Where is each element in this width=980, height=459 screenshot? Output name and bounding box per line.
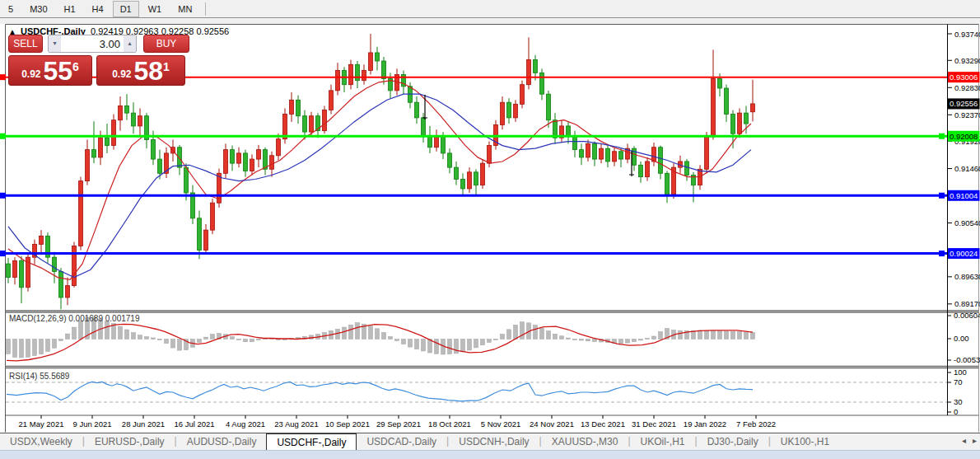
- volume-input[interactable]: [61, 35, 124, 52]
- line-handle[interactable]: [939, 133, 945, 139]
- candle-body: [138, 116, 142, 126]
- chart-tab-ukoil-h1[interactable]: UKOil-,H1: [631, 433, 695, 451]
- candle-body: [586, 143, 590, 157]
- line-handle[interactable]: [939, 251, 945, 256]
- rsi-axis-label: 100: [954, 368, 967, 377]
- candle-body: [349, 64, 353, 84]
- line-handle[interactable]: [0, 251, 6, 256]
- chart-tab-usdx-weekly[interactable]: USDX,Weekly: [0, 433, 82, 451]
- date-tick-label: 7 Feb 2022: [736, 419, 776, 429]
- date-tick-label: 21 May 2021: [19, 419, 64, 429]
- rsi-axis-label: 30: [954, 397, 963, 406]
- date-tick-label: 10 Sep 2021: [325, 419, 370, 429]
- tab-scroll-left-icon[interactable]: ◂: [962, 436, 966, 445]
- candle-body: [481, 163, 485, 185]
- candle-body: [296, 100, 301, 115]
- timeframe-button-w1[interactable]: W1: [142, 2, 169, 16]
- candle-body: [639, 165, 643, 176]
- tab-scroll-right-icon[interactable]: ▸: [973, 436, 977, 445]
- chart-tab-usdcnh-daily[interactable]: USDCNH-,Daily: [449, 433, 539, 451]
- chart-tab-usdcad-daily[interactable]: USDCAD-,Daily: [357, 433, 446, 451]
- price-tick-label: 0.92370: [954, 110, 980, 119]
- chart-tab-dj30-daily[interactable]: DJ30-,Daily: [698, 433, 768, 451]
- chart-tab-usdchf-daily[interactable]: USDCHF-,Daily: [266, 433, 357, 451]
- rsi-axis-label: 70: [954, 377, 963, 386]
- candle-body: [7, 264, 11, 278]
- candle-body: [744, 113, 749, 124]
- price-tick-label: 0.89170: [954, 299, 980, 308]
- volume-decrease-button[interactable]: ▾: [49, 35, 61, 52]
- candle-body: [474, 172, 478, 185]
- chart-tab-eurusd-daily[interactable]: EURUSD-,Daily: [85, 433, 175, 451]
- candle-body: [507, 102, 511, 118]
- candle-body: [573, 135, 577, 149]
- macd-axis-label: 0.006045: [954, 311, 980, 320]
- candle-body: [455, 167, 459, 179]
- candle-body: [79, 181, 83, 246]
- buy-price-display[interactable]: 0.92 58 1: [96, 55, 185, 86]
- candle-body: [428, 137, 432, 148]
- candle-body: [152, 139, 156, 159]
- candle-body: [13, 260, 17, 277]
- volume-increase-button[interactable]: ▴: [124, 35, 136, 52]
- date-tick-label: 9 Jun 2021: [72, 419, 111, 429]
- line-handle[interactable]: [0, 133, 6, 139]
- candle-body: [619, 152, 623, 159]
- candle-body: [336, 70, 340, 90]
- date-tick-label: 19 Jan 2022: [684, 419, 726, 429]
- candle-body: [303, 116, 307, 132]
- candle-body: [99, 138, 103, 157]
- one-click-trading-panel: SELL ▾ ▴ BUY 0.92 55 6 0.92 58 1: [8, 35, 189, 86]
- chart-tab-bar: USDX,Weekly|EURUSD-,Daily|AUDUSD-,DailyU…: [0, 433, 980, 451]
- candle-body: [257, 150, 261, 159]
- candle-body: [751, 104, 755, 112]
- timeframe-button-h1[interactable]: H1: [58, 2, 82, 16]
- line-handle[interactable]: [939, 193, 945, 199]
- candle-body: [237, 153, 241, 163]
- candle-body: [72, 246, 77, 286]
- candle-body: [224, 150, 228, 174]
- candle-body: [520, 85, 525, 105]
- macd-axis-label: -0.00538: [954, 355, 980, 364]
- timeframe-button-h4[interactable]: H4: [86, 2, 110, 16]
- candle-body: [277, 139, 281, 156]
- buy-button[interactable]: BUY: [143, 35, 189, 53]
- sell-button[interactable]: SELL: [8, 35, 43, 53]
- line-price-badge-label: 0.92008: [950, 132, 978, 141]
- candle-body: [231, 150, 235, 164]
- candle-body: [547, 94, 551, 120]
- candle-body: [244, 153, 248, 171]
- line-price-badge-label: 0.91004: [950, 191, 978, 200]
- candle-body: [725, 88, 729, 115]
- candle-body: [659, 148, 663, 174]
- timeframe-button-m30[interactable]: M30: [23, 2, 54, 16]
- chart-tab-audusd-daily[interactable]: AUDUSD-,Daily: [177, 433, 267, 451]
- candle-body: [534, 60, 538, 73]
- candle-body: [132, 113, 136, 126]
- candle-body: [382, 61, 386, 79]
- candle-body: [415, 102, 419, 118]
- chart-tab-xauusd-m30[interactable]: XAUUSD-,M30: [542, 433, 628, 451]
- timeframe-button-d1[interactable]: D1: [114, 2, 138, 16]
- sell-price-big-digits: 55: [43, 59, 72, 83]
- candle-body: [119, 106, 123, 120]
- candle-body: [580, 150, 584, 157]
- price-tick-label: 0.91460: [954, 164, 980, 173]
- candle-body: [600, 148, 604, 159]
- candle-body: [211, 203, 215, 230]
- candle-body: [448, 153, 452, 167]
- candle-body: [369, 53, 373, 71]
- candle-body: [184, 167, 189, 193]
- line-handle[interactable]: [0, 193, 6, 199]
- chart-tab-uk100-h1[interactable]: UK100-,H1: [771, 433, 839, 451]
- rsi-axis-label: 0: [954, 407, 958, 416]
- timeframe-button-mn[interactable]: MN: [171, 2, 198, 16]
- candle-body: [356, 64, 360, 80]
- status-strip: [0, 450, 980, 459]
- timeframe-button-5[interactable]: 5: [2, 2, 20, 16]
- tab-scroll-buttons: ◂ ▸: [962, 436, 977, 445]
- candle-body: [488, 146, 492, 164]
- line-handle[interactable]: [0, 74, 6, 80]
- sell-price-display[interactable]: 0.92 55 6: [8, 55, 92, 86]
- price-tick-label: 0.93740: [954, 30, 980, 39]
